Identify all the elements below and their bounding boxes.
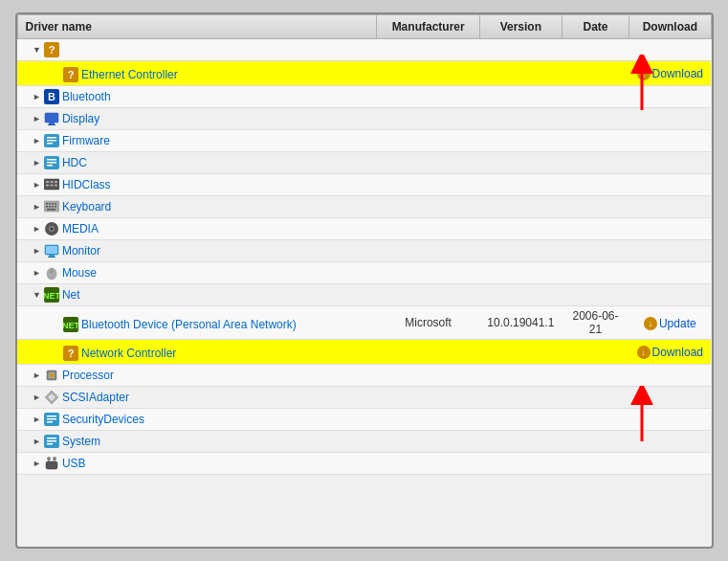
download-cell (629, 218, 711, 240)
manufacturer-cell: Microsoft (377, 306, 479, 340)
download-label: Download (652, 67, 703, 80)
expand-arrow[interactable]: ► (33, 180, 41, 190)
svg-text:?: ? (49, 44, 55, 56)
svg-rect-20 (55, 181, 57, 183)
table-row: ►Mouse (17, 262, 711, 284)
driver-name-cell: ►HDC (17, 152, 377, 174)
download-cell[interactable]: ↓Download (629, 61, 711, 86)
svg-rect-39 (48, 257, 55, 258)
main-window: Driver name Manufacturer Version Date Do… (15, 12, 714, 549)
driver-name-label: Mouse (62, 266, 97, 280)
expand-arrow[interactable]: ▼ (33, 290, 41, 300)
driver-name-label: Bluetooth Device (Personal Area Network) (81, 318, 297, 331)
driver-name-cell: ►Mouse (17, 262, 377, 284)
expand-arrow[interactable]: ► (33, 202, 41, 212)
driver-name-label: Net (62, 288, 80, 302)
svg-point-36 (50, 228, 53, 231)
driver-name-label: SCSIAdapter (62, 391, 129, 404)
svg-rect-10 (47, 137, 56, 139)
update-button[interactable]: ↓Update (644, 317, 696, 330)
driver-name-cell: ►System (17, 431, 377, 453)
manufacturer-cell (377, 431, 479, 453)
manufacturer-cell (377, 387, 479, 409)
svg-rect-28 (55, 203, 56, 205)
download-cell (629, 409, 711, 431)
download-cell[interactable]: ↓Download (629, 340, 711, 365)
expand-arrow[interactable]: ► (33, 393, 41, 402)
svg-rect-12 (47, 143, 53, 145)
expand-arrow[interactable]: ► (33, 92, 41, 101)
svg-text:B: B (48, 91, 55, 102)
svg-text:?: ? (68, 69, 75, 80)
expand-arrow[interactable]: ► (33, 114, 41, 123)
svg-text:?: ? (68, 348, 75, 359)
version-cell (479, 240, 562, 262)
manufacturer-cell (377, 86, 479, 108)
driver-name-label: Display (62, 112, 99, 125)
download-cell (629, 86, 711, 108)
header-version: Version (479, 15, 562, 39)
svg-rect-21 (46, 185, 49, 187)
driver-name-cell: ►SecurityDevices (17, 409, 377, 431)
manufacturer-cell (377, 340, 479, 365)
expand-arrow[interactable]: ► (33, 246, 41, 256)
version-cell (479, 284, 562, 306)
manufacturer-cell (377, 409, 479, 431)
expand-arrow[interactable]: ▼ (33, 45, 41, 55)
version-cell: 10.0.19041.1 (479, 306, 562, 340)
version-cell (479, 340, 562, 365)
date-cell (562, 152, 629, 174)
table-row: ▼NETNet (17, 284, 711, 306)
expand-arrow[interactable]: ► (33, 459, 41, 468)
download-button[interactable]: ↓Download (637, 67, 703, 80)
driver-name-cell: ►HIDClass (17, 174, 377, 196)
driver-name-label: SecurityDevices (62, 413, 144, 426)
version-cell (479, 108, 562, 130)
svg-rect-14 (47, 159, 56, 161)
date-cell (562, 409, 629, 431)
table-row: ►BBluetooth (17, 86, 711, 108)
manufacturer-cell (377, 152, 479, 174)
download-cell (629, 240, 711, 262)
expand-arrow[interactable]: ► (33, 224, 41, 234)
driver-name-label: Processor (62, 369, 114, 382)
download-cell (629, 284, 711, 306)
header-driver-name: Driver name (17, 15, 377, 39)
expand-arrow[interactable]: ► (33, 437, 41, 446)
download-button[interactable]: ↓Download (637, 346, 703, 359)
date-cell (562, 130, 629, 152)
driver-name-label: System (62, 435, 100, 448)
svg-rect-18 (46, 181, 49, 183)
svg-rect-23 (55, 185, 57, 187)
driver-table-container: Driver name Manufacturer Version Date Do… (17, 14, 712, 547)
driver-name-cell: ►Display (17, 108, 377, 130)
svg-rect-25 (46, 203, 48, 205)
driver-name-cell: ►Keyboard (17, 196, 377, 218)
table-body: ▼??Ethernet Controller↓Download►BBluetoo… (17, 39, 711, 475)
expand-arrow[interactable]: ► (33, 268, 41, 278)
manufacturer-cell (377, 108, 479, 130)
expand-arrow[interactable]: ► (33, 415, 41, 424)
header-date: Date (562, 15, 629, 39)
table-row: ►System (17, 431, 711, 453)
expand-arrow[interactable]: ► (33, 158, 41, 168)
manufacturer-cell (377, 262, 479, 284)
download-cell (629, 39, 711, 61)
expand-arrow[interactable]: ► (33, 370, 41, 380)
driver-name-label: Network Controller (81, 347, 176, 360)
date-cell (562, 365, 629, 387)
version-cell (479, 39, 562, 61)
table-row: ►HDC (17, 152, 711, 174)
table-row: ▼? (17, 39, 711, 61)
driver-name-cell: ▼NETNet (17, 284, 377, 306)
svg-text:NET: NET (44, 291, 59, 301)
svg-rect-19 (50, 181, 53, 183)
svg-rect-58 (47, 421, 53, 423)
expand-arrow[interactable]: ► (33, 136, 41, 146)
download-cell[interactable]: ↓Update (629, 306, 711, 340)
svg-rect-11 (47, 140, 56, 142)
driver-table: Driver name Manufacturer Version Date Do… (17, 14, 712, 475)
table-header-row: Driver name Manufacturer Version Date Do… (17, 15, 711, 39)
date-cell (562, 174, 629, 196)
date-cell (562, 453, 629, 475)
